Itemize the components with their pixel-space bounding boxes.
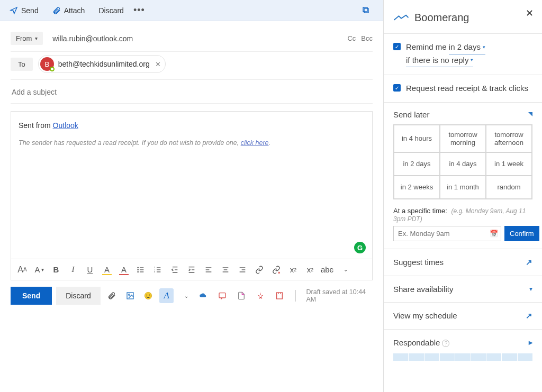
send-later-section: Send later in 4 hours tomorrow morning t… — [384, 102, 542, 249]
from-button[interactable]: From▾ — [11, 32, 43, 45]
remove-link-button[interactable] — [268, 262, 284, 278]
font-size-button[interactable]: AA — [14, 262, 30, 278]
font-family-button[interactable]: A▾ — [31, 262, 47, 278]
close-panel-button[interactable]: ✕ — [526, 7, 534, 19]
strikethrough-button[interactable]: abc — [319, 262, 335, 278]
underline-button[interactable]: U — [82, 262, 98, 278]
outdent-button[interactable] — [167, 262, 183, 278]
discard-label: Discard — [98, 6, 123, 15]
from-address[interactable]: willa.rubin@outlook.com — [52, 34, 347, 43]
time-option[interactable]: in 1 month — [440, 176, 486, 199]
divider — [295, 290, 296, 302]
remind-time-dropdown[interactable]: in 2 days▾ — [449, 41, 485, 54]
avatar: B — [40, 57, 54, 71]
svg-point-33 — [144, 292, 151, 299]
action-more-button[interactable]: ⌄ — [178, 288, 192, 303]
highlight-button[interactable]: A — [99, 262, 115, 278]
signature-prefix: Sent from — [19, 121, 53, 130]
popout-button[interactable] — [358, 3, 378, 18]
addin-document-icon[interactable] — [234, 288, 248, 303]
remind-checkbox[interactable]: ✓ — [393, 43, 401, 50]
attach-file-icon[interactable] — [105, 288, 119, 303]
confirm-button[interactable]: Confirm — [504, 226, 539, 241]
attach-button[interactable]: Attach — [48, 3, 89, 18]
respondable-button[interactable]: Respondable? ▸ — [384, 329, 542, 350]
emoji-button[interactable] — [141, 288, 156, 303]
addin-evernote-icon[interactable] — [273, 288, 286, 303]
format-toggle-button[interactable]: A — [159, 288, 174, 303]
italic-button[interactable]: I — [65, 262, 81, 278]
time-option[interactable]: tomorrow afternoon — [486, 125, 532, 152]
font-color-button[interactable]: A — [116, 262, 132, 278]
insert-link-button[interactable] — [251, 262, 267, 278]
specific-time-label: At a specific time: (e.g. Monday 9am, Au… — [393, 207, 532, 223]
discard-button[interactable]: Discard — [56, 287, 100, 305]
more-actions-button[interactable]: ••• — [128, 2, 150, 19]
svg-rect-1 — [363, 7, 367, 12]
to-button[interactable]: To — [11, 58, 33, 71]
time-option[interactable]: in 2 weeks — [394, 176, 440, 199]
view-schedule-button[interactable]: View my schedule ↗ — [384, 302, 542, 329]
bold-button[interactable]: B — [48, 262, 64, 278]
presence-indicator — [50, 67, 55, 71]
addin-chat-icon[interactable] — [215, 288, 229, 303]
external-link-icon: ↗ — [526, 258, 532, 267]
bullet-list-button[interactable] — [133, 262, 149, 278]
time-option[interactable]: in 4 hours — [394, 125, 440, 152]
indent-button[interactable] — [184, 262, 200, 278]
action-bar: Send Discard A ⌄ — [0, 280, 383, 311]
align-center-button[interactable] — [218, 262, 233, 278]
time-option[interactable]: in 2 days — [394, 152, 440, 176]
receipt-opt-out-link[interactable]: click here — [241, 139, 269, 147]
insert-picture-icon[interactable] — [123, 288, 137, 303]
svg-rect-0 — [364, 8, 368, 13]
format-more-button[interactable]: ⌄ — [336, 262, 352, 278]
subject-input[interactable] — [11, 87, 373, 97]
addin-onedrive-icon[interactable] — [196, 288, 210, 303]
info-icon: ? — [442, 340, 449, 347]
chevron-down-icon: ▾ — [529, 285, 532, 293]
read-receipt-checkbox[interactable]: ✓ — [393, 84, 401, 92]
share-availability-button[interactable]: Share availability ▾ — [384, 276, 542, 302]
grammarly-badge[interactable]: G — [354, 242, 366, 253]
svg-point-32 — [128, 294, 130, 296]
subject-row — [11, 80, 373, 104]
attach-label: Attach — [64, 6, 85, 15]
signature-link[interactable]: Outlook — [53, 121, 78, 130]
body-content[interactable]: Sent from Outlook The sender has request… — [11, 112, 372, 259]
calendar-icon[interactable]: 📅 — [490, 230, 498, 238]
time-option[interactable]: tomorrow morning — [440, 125, 486, 152]
to-row: To B beth@techkidsunlimited.org ✕ — [11, 52, 373, 80]
subscript-button[interactable]: x2 — [302, 262, 318, 278]
cc-button[interactable]: Cc — [347, 34, 356, 42]
recipient-chip[interactable]: B beth@techkidsunlimited.org ✕ — [38, 55, 166, 73]
time-option[interactable]: in 1 week — [486, 152, 532, 176]
time-option[interactable]: in 4 days — [440, 152, 486, 176]
align-right-button[interactable] — [234, 262, 250, 278]
align-left-button[interactable] — [201, 262, 216, 278]
chevron-right-icon: ▸ — [529, 338, 532, 347]
number-list-button[interactable]: 123 — [150, 262, 166, 278]
time-option[interactable]: random — [486, 176, 532, 199]
respondable-meter — [393, 353, 532, 361]
send-button[interactable]: Send — [11, 287, 52, 305]
remove-recipient-button[interactable]: ✕ — [155, 60, 161, 68]
bcc-button[interactable]: Bcc — [361, 34, 373, 42]
suggest-times-button[interactable]: Suggest times ↗ — [384, 249, 542, 276]
superscript-button[interactable]: x2 — [285, 262, 301, 278]
read-receipt-notice: The sender has requested a read receipt.… — [19, 139, 365, 147]
specific-time-input[interactable] — [393, 226, 501, 241]
svg-point-34 — [147, 295, 148, 296]
svg-point-4 — [138, 269, 138, 270]
send-button-top[interactable]: Send — [5, 3, 43, 18]
svg-text:3: 3 — [154, 270, 156, 273]
send-later-toggle[interactable]: Send later — [393, 110, 532, 119]
discard-button-top[interactable]: Discard — [94, 3, 128, 18]
svg-rect-37 — [277, 293, 283, 299]
svg-point-6 — [138, 271, 138, 272]
read-receipt-label: Request read receipt & track clicks — [406, 83, 528, 95]
remind-condition-dropdown[interactable]: if there is no reply▾ — [406, 54, 473, 68]
caret-down-icon: ▾ — [35, 35, 38, 41]
format-toolbar: AA A▾ B I U A A 123 — [11, 259, 373, 280]
addin-yelp-icon[interactable] — [254, 288, 267, 303]
